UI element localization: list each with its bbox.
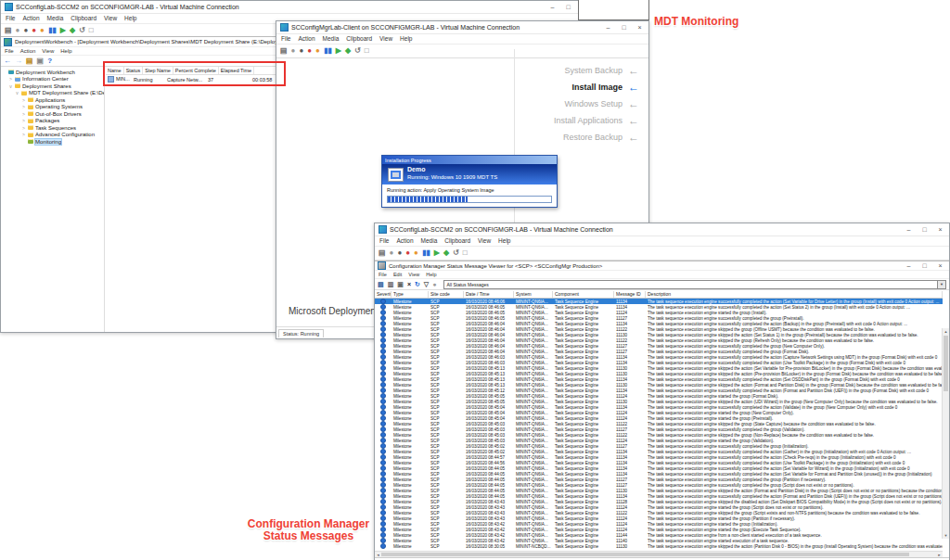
menu-item[interactable]: Edit [393,272,402,277]
menu-item[interactable]: Help [498,237,510,244]
save-icon[interactable]: ● [40,27,45,34]
checkpoint-icon[interactable]: ◆ [345,47,351,55]
enhanced-session-icon[interactable]: □ [89,27,94,34]
table-row[interactable]: Milestone SCP 16/03/2020 08:46:05 MININT… [375,310,943,315]
table-row[interactable]: Milestone SCP 16/03/2020 08:45:05 MININT… [375,399,943,404]
turn-off-icon[interactable]: ● [397,249,402,257]
menu-item[interactable]: File [281,35,290,42]
table-row[interactable]: Milestone SCP 16/03/2020 08:46:04 MININT… [375,321,943,326]
table-row[interactable]: Milestone SCP 16/03/2020 08:44:05 MININT… [375,493,943,499]
revert-icon[interactable]: ↺ [79,27,85,34]
expand-icon[interactable]: v [15,90,19,95]
table-row[interactable]: Milestone SCP 16/03/2020 08:46:03 MININT… [375,354,943,360]
scroll-right-icon[interactable]: ► [936,552,943,557]
table-row[interactable]: Milestone SCP 16/03/2020 08:43:42 MININT… [375,521,943,527]
nav-item[interactable]: System Backup ← [500,62,639,79]
maximize-button[interactable]: □ [616,21,632,32]
menu-item[interactable]: View [408,272,419,277]
tree-item[interactable]: > Applications [1,96,104,104]
menu-item[interactable]: Action [298,35,315,42]
table-row[interactable]: Milestone SCP 16/03/2020 08:43:42 MININT… [375,527,943,532]
pause-icon[interactable]: ▮▮ [324,47,332,55]
expand-icon[interactable]: > [21,104,26,109]
minimize-button[interactable]: – [901,261,917,270]
pause-icon[interactable]: ▮▮ [422,249,430,257]
table-row[interactable]: Milestone SCP 16/03/2020 08:45:03 MININT… [375,421,943,426]
table-row[interactable]: Milestone SCP 16/03/2020 08:45:04 MININT… [375,410,943,415]
table-row[interactable]: Milestone SCP 16/03/2020 08:45:04 MININT… [375,404,943,410]
table-row[interactable]: Milestone SCP 16/03/2020 08:43:43 MININT… [375,515,943,521]
resume-icon[interactable]: ▶ [336,47,341,55]
back-icon[interactable]: ← [4,57,11,65]
chevron-down-icon[interactable]: ▼ [937,281,945,288]
shut-down-icon[interactable]: ● [405,249,410,257]
revert-icon[interactable]: ↺ [354,47,361,55]
copy-icon[interactable]: ▣ [397,281,404,287]
tree-item[interactable]: > Advanced Configuration [1,132,104,139]
table-row[interactable]: Milestone SCP 16/03/2020 08:45:05 MININT… [375,393,943,399]
expand-icon[interactable]: > [8,76,13,82]
table-row[interactable]: Milestone SCP 16/03/2020 08:45:03 MININT… [375,426,943,432]
close-button[interactable]: × [632,21,648,32]
help-icon[interactable]: ? [47,57,52,65]
save-icon[interactable]: ● [414,249,418,257]
table-row[interactable]: Milestone SCP 16/03/2020 08:43:42 MININT… [375,532,943,538]
ctrl-alt-del-icon[interactable]: ▤ [379,249,386,257]
table-row[interactable]: Milestone SCP 16/03/2020 08:44:05 MININT… [375,488,943,493]
scrollbar-thumb[interactable] [944,336,948,391]
tree-item[interactable]: > Out-of-Box Drivers [1,110,104,118]
column-header-message-id[interactable]: Message ID [614,291,646,298]
expand-icon[interactable]: > [21,132,26,137]
tree-item[interactable]: v MDT Deployment Share (E:\DeploymentSh [1,90,104,97]
scroll-down-icon[interactable]: ▼ [943,532,949,539]
table-row[interactable]: Milestone SCP 16/03/2020 08:45:04 MININT… [375,415,943,421]
menu-item[interactable]: Clipboard [444,237,470,244]
enhanced-session-icon[interactable]: □ [365,47,369,55]
menu-item[interactable]: View [104,15,117,21]
table-row[interactable]: Milestone SCP 16/03/2020 08:46:05 MININT… [375,315,943,321]
expand-icon[interactable]: v [8,83,13,89]
scroll-left-icon[interactable]: ◄ [375,552,381,557]
checkpoint-icon[interactable]: ◆ [70,27,75,34]
table-row[interactable]: Milestone SCP 16/03/2020 08:45:03 MININT… [375,438,943,443]
minimize-button[interactable]: – [901,223,917,235]
save-icon[interactable]: ▤ [378,281,384,287]
table-row[interactable]: Milestone SCP 16/03/2020 08:45:13 MININT… [375,365,943,371]
minimize-button[interactable]: – [545,1,560,12]
column-header-site-code[interactable]: Site code [429,291,464,298]
restore-button[interactable]: □ [917,261,932,270]
column-header-component[interactable]: Component [553,291,614,298]
table-row[interactable]: Milestone SCP 16/03/2020 08:30:05 MININT… [375,543,943,549]
tree-item[interactable]: Deployment Workbench [1,69,104,76]
horizontal-scrollbar[interactable]: ◄ ► [375,551,943,557]
table-row[interactable]: Milestone SCP 16/03/2020 08:44:05 MININT… [375,465,943,471]
menu-item[interactable]: Action [396,237,413,244]
title-bar[interactable]: SCConfigMgrLab-Client on SCCONFIGMGR-LAB… [276,21,648,34]
table-row[interactable]: Milestone SCP 16/03/2020 08:46:04 MININT… [375,337,943,343]
menu-item[interactable]: View [379,35,392,42]
tree-item[interactable]: Monitoring [1,138,104,146]
shut-down-icon[interactable]: ● [307,47,312,55]
menu-item[interactable]: Media [421,237,438,244]
scroll-up-icon[interactable]: ▲ [943,328,949,335]
table-row[interactable]: Milestone SCP 16/03/2020 08:44:05 MININT… [375,471,943,477]
menu-item[interactable]: Media [47,15,64,21]
menu-item[interactable]: File [379,272,387,277]
title-bar[interactable]: SCConfigLab-SCCM2 on SCCONFIGMGR-LAB - V… [375,223,949,236]
column-header-severity[interactable]: Severity [375,291,392,298]
menu-item[interactable]: View [478,237,491,244]
table-row[interactable]: Milestone SCP 16/03/2020 08:45:03 MININT… [375,432,943,438]
filter-icon[interactable]: ▽ [424,281,429,287]
menu-item[interactable]: Action [20,48,36,54]
table-row[interactable]: Milestone SCP 16/03/2020 08:44:56 MININT… [375,460,943,465]
tree-item[interactable]: > Information Center [1,76,104,83]
table-row[interactable]: Milestone SCP 16/03/2020 08:46:06 MININT… [375,299,943,304]
ctrl-alt-del-icon[interactable]: ▤ [5,27,12,34]
column-header-type[interactable]: Type [392,291,429,298]
table-row[interactable]: Milestone SCP 16/03/2020 08:43:43 MININT… [375,510,943,515]
enhanced-session-icon[interactable]: □ [463,249,468,257]
status-filter-combobox[interactable]: All Status Messages ▼ [443,280,946,289]
table-row[interactable]: Milestone SCP 16/03/2020 08:44:05 MININT… [375,477,943,482]
menu-item[interactable]: File [379,237,389,244]
menu-item[interactable]: Help [400,35,412,42]
